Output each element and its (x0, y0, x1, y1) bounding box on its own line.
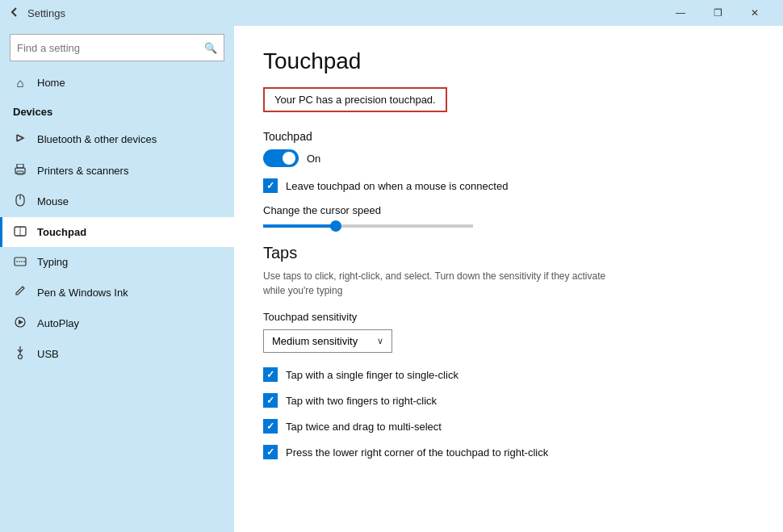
autoplay-icon (13, 316, 27, 330)
svg-point-17 (19, 355, 23, 359)
sidebar-item-printers[interactable]: Printers & scanners (0, 156, 234, 186)
window-controls: — ❐ ✕ (662, 0, 773, 26)
app-body: 🔍 ⌂ Home Devices Bluetooth & other devic… (0, 26, 783, 532)
titlebar: Settings — ❐ ✕ (0, 0, 783, 26)
pen-icon (13, 285, 27, 300)
search-box[interactable]: 🔍 (10, 34, 224, 61)
sidebar-item-touchpad[interactable]: Touchpad (0, 217, 234, 247)
titlebar-title: Settings (27, 7, 662, 19)
sidebar-item-usb[interactable]: USB (0, 338, 234, 370)
svg-rect-1 (17, 164, 23, 168)
sidebar-item-home[interactable]: ⌂ Home (0, 68, 234, 98)
sidebar-item-pen[interactable]: Pen & Windows Ink (0, 277, 234, 308)
tap-two-fingers-checkbox[interactable] (263, 393, 278, 408)
sidebar-item-label: USB (37, 348, 59, 360)
taps-title: Taps (263, 244, 754, 262)
sidebar-item-label: Touchpad (37, 226, 86, 238)
tap-corner-checkbox[interactable] (263, 445, 278, 459)
page-title: Touchpad (263, 48, 754, 74)
typing-icon (13, 255, 27, 269)
leave-touchpad-checkbox[interactable] (263, 178, 278, 193)
toggle-thumb (283, 152, 295, 165)
leave-touchpad-label: Leave touchpad on when a mouse is connec… (286, 180, 508, 192)
sidebar: 🔍 ⌂ Home Devices Bluetooth & other devic… (0, 26, 234, 532)
tap-drag-checkbox[interactable] (263, 419, 278, 434)
tap-corner-row: Press the lower right corner of the touc… (263, 445, 754, 459)
tap-drag-label: Tap twice and drag to multi-select (286, 421, 442, 433)
back-button[interactable] (10, 6, 19, 19)
sensitivity-section: Touchpad sensitivity Medium sensitivity … (263, 311, 754, 353)
maximize-button[interactable]: ❐ (699, 0, 736, 26)
touchpad-toggle[interactable] (263, 149, 299, 167)
sidebar-item-mouse[interactable]: Mouse (0, 186, 234, 217)
touchpad-toggle-row: On (263, 149, 754, 167)
printer-icon (13, 164, 27, 178)
chevron-down-icon: ∨ (377, 336, 383, 346)
sidebar-item-label: Bluetooth & other devices (37, 133, 157, 145)
sidebar-item-label: Home (37, 77, 65, 89)
sidebar-item-label: AutoPlay (37, 317, 79, 329)
bluetooth-icon (13, 131, 27, 148)
touchpad-icon (13, 225, 27, 239)
tap-single-row: Tap with a single finger to single-click (263, 367, 754, 382)
sidebar-item-label: Pen & Windows Ink (37, 287, 128, 299)
sidebar-item-autoplay[interactable]: AutoPlay (0, 308, 234, 338)
tap-two-fingers-label: Tap with two fingers to right-click (286, 395, 437, 407)
usb-icon (13, 346, 27, 362)
slider-thumb[interactable] (330, 220, 341, 232)
sidebar-item-bluetooth[interactable]: Bluetooth & other devices (0, 123, 234, 156)
tap-corner-label: Press the lower right corner of the touc… (286, 446, 548, 459)
cursor-speed-slider[interactable] (263, 224, 473, 228)
sidebar-item-label: Mouse (37, 195, 69, 207)
home-icon: ⌂ (13, 76, 27, 90)
slider-fill (263, 224, 336, 228)
touchpad-section-label: Touchpad (263, 130, 754, 143)
sidebar-item-label: Printers & scanners (37, 165, 128, 177)
minimize-button[interactable]: — (662, 0, 699, 26)
content-area: Touchpad Your PC has a precision touchpa… (234, 26, 783, 532)
mouse-icon (13, 194, 27, 209)
sidebar-item-label: Typing (37, 256, 68, 268)
sidebar-item-typing[interactable]: Typing (0, 247, 234, 277)
leave-touchpad-row: Leave touchpad on when a mouse is connec… (263, 178, 754, 193)
toggle-label: On (307, 153, 320, 165)
sensitivity-dropdown[interactable]: Medium sensitivity ∨ (263, 329, 392, 353)
precision-badge: Your PC has a precision touchpad. (263, 87, 447, 112)
tap-two-fingers-row: Tap with two fingers to right-click (263, 393, 754, 408)
search-icon: 🔍 (204, 42, 217, 54)
cursor-speed-section: Change the cursor speed (263, 204, 754, 228)
tap-single-label: Tap with a single finger to single-click (286, 369, 458, 381)
svg-marker-13 (19, 320, 23, 325)
slider-label: Change the cursor speed (263, 204, 754, 216)
tap-single-checkbox[interactable] (263, 367, 278, 382)
sensitivity-value: Medium sensitivity (272, 335, 358, 347)
sensitivity-label: Touchpad sensitivity (263, 311, 754, 323)
sidebar-section-label: Devices (0, 101, 234, 123)
taps-description: Use taps to click, right-click, and sele… (263, 269, 618, 298)
tap-drag-row: Tap twice and drag to multi-select (263, 419, 754, 434)
close-button[interactable]: ✕ (736, 0, 773, 26)
search-input[interactable] (17, 42, 204, 54)
